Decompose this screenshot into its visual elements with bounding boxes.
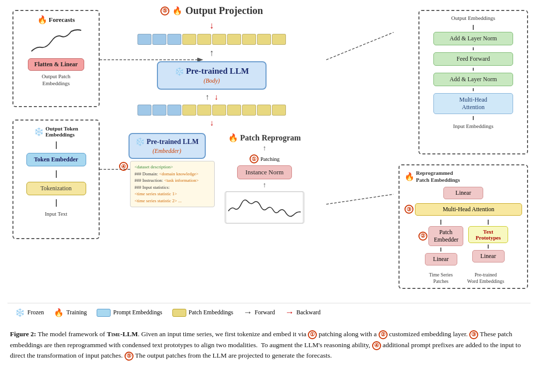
snow-icon-embedder: ❄️ (135, 137, 145, 146)
token-cell-y2-4 (227, 105, 241, 116)
arrow-up-tf3 (473, 88, 474, 91)
fire-icon-legend: 🔥 (54, 308, 64, 317)
output-patch-label: Output PatchEmbeddings (42, 73, 71, 87)
main-container: 🔥 Forecasts Flatten & Linear Output Patc… (7, 5, 531, 364)
llm-box-body: ❄️ Pre-trained LLM (Body) (157, 61, 267, 90)
token-cell-y2-1 (182, 105, 196, 116)
token-row-top (137, 34, 286, 45)
arrow-up-tf4 (473, 116, 474, 120)
legend-forward: → Forward (243, 307, 275, 318)
badge-1: ① (250, 154, 259, 163)
cap-badge-2: ② (379, 330, 388, 339)
patching-row: ① Patching (250, 154, 280, 163)
cap-badge-4: ④ (372, 341, 381, 350)
token-cell-blue-1 (137, 34, 151, 45)
llm-embedder-box: ❄️ Pre-trained LLM (Embedder) (129, 133, 206, 159)
badge-4: ④ (119, 162, 128, 171)
center-column: ⑤ 🔥 Output Projection ↓ ↑ (117, 5, 306, 224)
patch-embedder-col: ② PatchEmbedder Linear (418, 220, 463, 265)
llm-embedder-subtitle: (Embedder) (134, 147, 200, 155)
llm-body-title: Pre-trained LLM (186, 66, 249, 76)
legend-blue-box (97, 309, 111, 317)
legend-frozen: ❄️ Frozen (15, 308, 44, 317)
fire-icon-patch: 🔥 (228, 133, 238, 142)
output-projection-label: Output Projection (185, 5, 263, 16)
legend-prompt-emb: Prompt Embeddings (97, 309, 162, 317)
token-cell-b2-3 (167, 105, 181, 116)
token-cell-y2-6 (257, 105, 271, 116)
linear-top-row: Linear (404, 187, 522, 199)
instance-norm-button: Instance Norm (237, 165, 292, 179)
prompt-text-box: <dataset description> ### Domain: <domai… (130, 161, 215, 207)
flatten-linear-button: Flatten & Linear (28, 58, 84, 71)
patch-reprogram-label: 🔥 Patch Reprogram (228, 133, 301, 142)
badge-2: ② (418, 232, 427, 241)
forecasts-chart (29, 26, 84, 56)
patch-embedder-button: PatchEmbedder (428, 226, 463, 246)
badge-3: ③ (404, 205, 413, 214)
arrow-proto-up (488, 220, 489, 225)
legend-backward: → Backward (285, 307, 321, 318)
linear-bottom-right: Linear (472, 250, 505, 262)
arrow-up-tf2 (473, 68, 474, 71)
reprog-bottom-labels: Time SeriesPatches Pre-trainedWord Embed… (404, 271, 522, 284)
arrow-proto-2 (488, 245, 489, 249)
token-cell-yellow-7 (272, 34, 286, 45)
multi-head-row: ③ Multi-Head Attention (404, 203, 522, 216)
arrow-down-red-1: ↓ (210, 20, 214, 31)
transformer-title: Output Embeddings (451, 15, 495, 21)
forward-arrow-icon: → (243, 307, 252, 318)
transformer-box: Output Embeddings Add & Layer Norm Feed … (418, 10, 528, 154)
arrow-up-1: ↑ (210, 48, 214, 58)
input-text-label: Input Text (45, 211, 67, 217)
time-series-wave (225, 191, 304, 224)
svg-rect-4 (226, 192, 303, 223)
token-cell-y2-3 (212, 105, 226, 116)
token-cell-b2-1 (137, 105, 151, 116)
token-cell-yellow-5 (242, 34, 256, 45)
fire-icon-proj: 🔥 (172, 6, 182, 15)
arrow-up-inorm: ↑ (263, 181, 267, 189)
arrow-up-patch: ↑ (263, 144, 267, 152)
reprog-header: 🔥 ReprogrammedPatch Embeddings (404, 169, 522, 184)
snow-icon-token: ❄️ (34, 127, 44, 136)
token-cell-y2-2 (197, 105, 211, 116)
prompt-section: ④ <dataset description> ### Domain: <dom… (119, 161, 215, 207)
backward-arrow-icon: → (285, 307, 294, 318)
token-cell-yellow-4 (227, 34, 241, 45)
tokenization-button: Tokenization (26, 182, 86, 195)
snow-icon-llm-body: ❄️ (174, 67, 184, 76)
legend-training: 🔥 Training (54, 308, 87, 317)
legend-patch-emb: Patch Embeddings (172, 309, 234, 317)
output-projection-row: ⑤ 🔥 Output Projection (160, 5, 263, 16)
token-cell-blue-2 (152, 34, 166, 45)
input-embeddings-label: Input Embeddings (453, 123, 494, 129)
llm-body-subtitle: (Body) (168, 77, 256, 85)
token-cell-blue-3 (167, 34, 181, 45)
feed-forward-button: Feed Forward (433, 52, 513, 66)
snow-icon-legend: ❄️ (15, 308, 25, 317)
token-cell-y2-5 (242, 105, 256, 116)
llm-embedder-title: Pre-trained LLM (146, 138, 198, 146)
legend-yellow-box (172, 309, 186, 317)
token-embedder-button: Token Embedder (26, 153, 86, 166)
text-prototypes-button: Text Prototypes (468, 226, 508, 243)
arrow-patch-up (440, 220, 441, 225)
fire-icon-reprog: 🔥 (404, 172, 414, 181)
arrow-patch-2 (440, 248, 441, 252)
output-token-title: ❄️ Output TokenEmbeddings (34, 126, 78, 137)
diagram-area: 🔥 Forecasts Flatten & Linear Output Patc… (7, 5, 531, 299)
pretrained-word-label: Pre-trainedWord Embeddings (466, 271, 506, 284)
cap-badge-1: ① (308, 330, 317, 339)
patch-linear-row: ② PatchEmbedder Linear Text Prototypes L… (404, 220, 522, 265)
token-cell-yellow-6 (257, 34, 271, 45)
badge-2-row: ② PatchEmbedder (418, 226, 463, 246)
svg-line-3 (326, 194, 394, 204)
cap-badge-5: ⑤ (125, 352, 134, 361)
forecasts-box: 🔥 Forecasts Flatten & Linear Output Patc… (12, 10, 100, 107)
llm-embedder-col: ❄️ Pre-trained LLM (Embedder) ④ <dataset… (119, 133, 215, 207)
token-cell-yellow-1 (182, 34, 196, 45)
svg-line-2 (326, 32, 394, 60)
multi-head-attention-button: Multi-HeadAttention (433, 93, 513, 114)
cap-badge-3: ③ (469, 330, 478, 339)
